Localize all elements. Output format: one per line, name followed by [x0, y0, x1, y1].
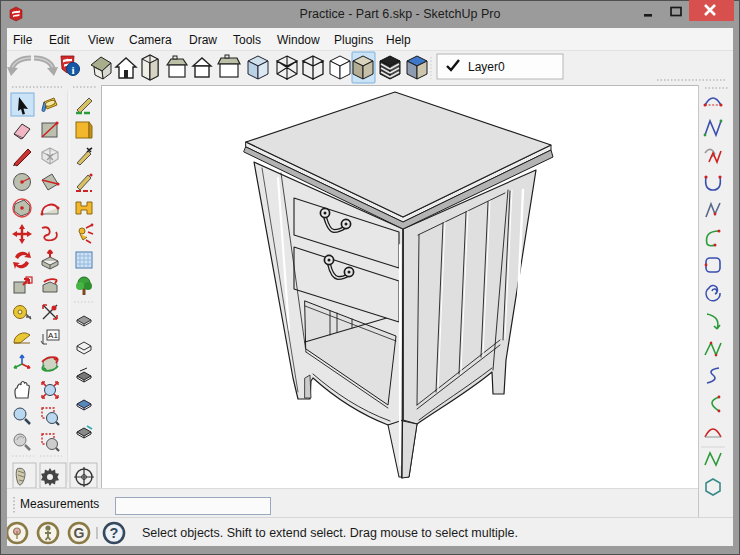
svg-text:Layer0: Layer0: [468, 60, 505, 74]
svg-text:i: i: [71, 64, 74, 76]
svg-text:A1: A1: [48, 331, 58, 340]
svg-text:G: G: [74, 525, 85, 541]
svg-text:?: ?: [110, 525, 119, 541]
